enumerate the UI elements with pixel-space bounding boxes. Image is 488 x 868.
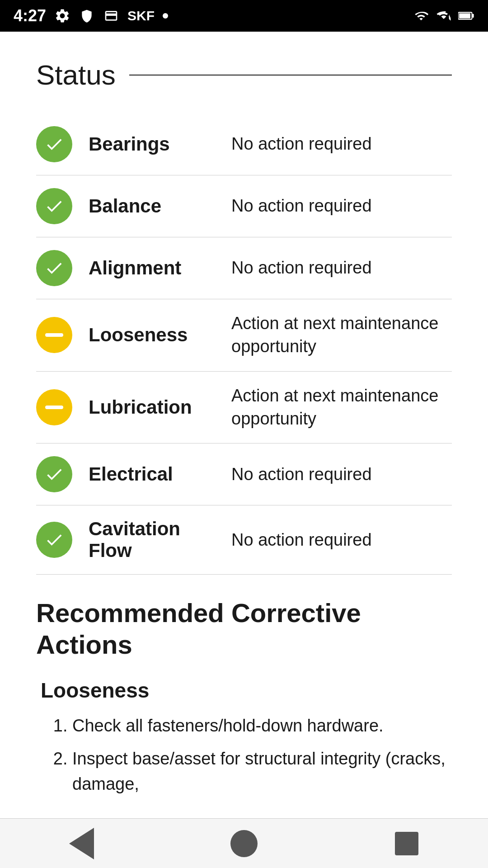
status-row-lubrication: Lubrication Action at next maintenance o… [36,372,452,444]
section-title-text: Status [36,59,116,91]
balance-label: Balance [89,195,215,217]
back-button[interactable] [66,828,97,859]
card-icon [103,8,119,24]
corrective-looseness-block: Looseness Check all fasteners/hold-down … [36,678,452,796]
time-display: 4:27 [14,6,46,25]
alignment-label: Alignment [89,257,215,279]
status-bar-right [413,8,474,24]
balance-status: No action required [231,194,372,217]
electrical-status-icon [36,456,72,492]
section-header: Status [36,59,452,91]
recent-icon [395,832,418,855]
battery-icon [458,8,474,24]
home-button[interactable] [228,828,260,859]
main-content: Status Bearings No action required Balan… [0,32,488,850]
status-row-alignment: Alignment No action required [36,237,452,299]
bearings-label: Bearings [89,133,215,155]
section-title-divider [129,75,452,75]
recent-button[interactable] [391,828,422,859]
lubrication-status: Action at next maintenance opportunity [231,384,452,431]
dot-indicator [163,13,168,19]
home-icon [230,830,258,857]
looseness-label: Looseness [89,324,215,346]
svg-rect-1 [472,14,474,18]
minus-icon-2 [45,406,63,409]
status-row-electrical: Electrical No action required [36,443,452,505]
status-row-cavitation-flow: Cavitation Flow No action required [36,505,452,575]
status-bar-left: 4:27 SKF [14,6,168,25]
skf-label: SKF [127,8,155,24]
status-bar: 4:27 SKF [0,0,488,32]
alignment-status: No action required [231,256,372,279]
cavitation-flow-status-icon [36,522,72,558]
corrective-looseness-label: Looseness [41,678,452,703]
wifi-icon [413,8,429,24]
back-icon [69,828,94,859]
minus-icon [45,333,63,337]
looseness-status-icon [36,317,72,353]
svg-rect-2 [459,13,470,18]
corrective-looseness-item-1: Check all fasteners/hold-down hardware. [72,713,452,738]
shield-icon [79,8,95,24]
status-row-bearings: Bearings No action required [36,113,452,175]
looseness-status: Action at next maintenance opportunity [231,312,452,359]
bearings-status-icon [36,126,72,162]
status-row-balance: Balance No action required [36,175,452,237]
settings-icon [54,8,70,24]
status-row-looseness: Looseness Action at next maintenance opp… [36,299,452,372]
corrective-actions-section: Recommended Corrective Actions Looseness… [36,597,452,796]
lubrication-label: Lubrication [89,396,215,418]
corrective-actions-title: Recommended Corrective Actions [36,597,452,660]
bottom-navigation [0,818,488,868]
corrective-looseness-item-2: Inspect base/asset for structural integr… [72,746,452,796]
status-list: Bearings No action required Balance No a… [36,113,452,575]
electrical-status: No action required [231,463,372,486]
signal-icon [436,8,452,24]
corrective-looseness-list: Check all fasteners/hold-down hardware. … [36,713,452,796]
lubrication-status-icon [36,389,72,425]
electrical-label: Electrical [89,463,215,485]
balance-status-icon [36,188,72,224]
alignment-status-icon [36,250,72,286]
cavitation-flow-status: No action required [231,528,372,552]
cavitation-flow-label: Cavitation Flow [89,518,215,561]
bearings-status: No action required [231,132,372,156]
